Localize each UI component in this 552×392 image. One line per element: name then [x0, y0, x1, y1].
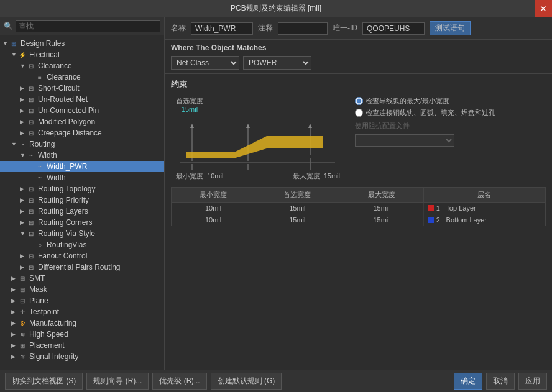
tree-item-routing-topology[interactable]: ▶⊟Routing Topology: [0, 183, 164, 194]
tree-arrow-routing-via-style: ▼: [20, 230, 26, 237]
tree-icon-diff-pairs: ⊟: [26, 263, 36, 271]
td-pref-0: 15mil: [255, 203, 339, 214]
tree-item-manufacturing[interactable]: ▶⚙Manufacturing: [0, 317, 164, 329]
col-min: 最小宽度: [172, 188, 255, 202]
tree-icon-routing-priority: ⊟: [26, 196, 36, 204]
tree-item-un-connected-pin[interactable]: ▶⊟Un-Connected Pin: [0, 105, 164, 116]
tree-icon-manufacturing: ⚙: [17, 319, 27, 327]
radio-item-1[interactable]: 检查导线弧的最大/最小宽度: [355, 96, 546, 106]
id-label: 唯一-ID: [333, 23, 357, 34]
col-pref: 首选宽度: [255, 188, 339, 202]
tree-label-clearance-item: Clearance: [47, 73, 81, 81]
layer-name-1: 2 - Bottom Layer: [436, 216, 487, 224]
priority-button[interactable]: 优先级 (B)...: [152, 373, 206, 390]
td-min-0: 10mil: [172, 203, 255, 214]
tree-arrow-testpoint: ▶: [11, 309, 17, 315]
svg-marker-1: [190, 124, 194, 128]
tree-item-plane[interactable]: ▶⊟Plane: [0, 295, 164, 306]
tree-arrow-modified-polygon: ▶: [20, 119, 26, 125]
svg-marker-7: [308, 124, 312, 128]
tree-arrow-mask: ▶: [11, 286, 17, 293]
radio-input-2[interactable]: [355, 109, 363, 117]
tree-icon-testpoint: ✛: [17, 308, 27, 316]
width-diagram: [173, 114, 341, 170]
tree-item-mask[interactable]: ▶⊟Mask: [0, 284, 164, 295]
min-width-label: 最小宽度 10mil: [176, 171, 223, 181]
svg-marker-4: [246, 124, 250, 128]
tree-label-routing-vias: RoutingVias: [47, 240, 87, 249]
tree-item-routing-priority[interactable]: ▶⊟Routing Priority: [0, 194, 164, 206]
where-row: Net Class Differential Pair Net Net Clas…: [171, 56, 546, 70]
tree-icon-width-item: ~: [35, 173, 45, 182]
tree-label-modified-polygon: Modified Polygon: [38, 117, 95, 126]
impedance-select[interactable]: [355, 134, 454, 147]
tree-item-modified-polygon[interactable]: ▶⊟Modified Polygon: [0, 116, 164, 127]
layer-name-0: 1 - Top Layer: [436, 204, 476, 212]
tree-item-routing-layers[interactable]: ▶⊟Routing Layers: [0, 206, 164, 217]
cancel-button[interactable]: 取消: [486, 373, 515, 390]
col-layer: 层名: [424, 188, 545, 202]
tree-arrow-electrical: ▼: [11, 52, 17, 58]
tree-arrow-routing: ▼: [11, 141, 17, 147]
tree-item-smt[interactable]: ▶⊟SMT: [0, 273, 164, 284]
tree-label-routing-via-style: Routing Via Style: [38, 229, 95, 238]
close-button[interactable]: ✕: [535, 0, 552, 17]
tree-label-un-connected-pin: Un-Connected Pin: [38, 106, 99, 115]
tree-item-width-pwr[interactable]: ~Width_PWR: [0, 161, 164, 172]
tree-label-width-item: Width: [47, 173, 66, 182]
tree-item-diff-pairs[interactable]: ▶⊟Differential Pairs Routing: [0, 262, 164, 273]
tree-item-design-rules[interactable]: ▼⊞Design Rules: [0, 38, 164, 49]
name-input[interactable]: [191, 22, 253, 35]
where-section: Where The Object Matches Net Class Diffe…: [165, 40, 552, 74]
tree-arrow-un-routed-net: ▶: [20, 96, 26, 103]
radio-input-1[interactable]: [355, 97, 363, 105]
doc-view-button[interactable]: 切换到文档视图 (S): [5, 373, 83, 390]
create-default-button[interactable]: 创建默认规则 (G): [211, 373, 282, 390]
tree-icon-design-rules: ⊞: [9, 39, 19, 48]
tree-label-un-routed-net: Un-Routed Net: [38, 95, 88, 104]
comment-input[interactable]: [278, 22, 328, 35]
tree-item-un-routed-net[interactable]: ▶⊟Un-Routed Net: [0, 94, 164, 105]
where-type-select[interactable]: Net Class Differential Pair Net Net Clas…: [171, 56, 239, 70]
tree-item-fanout-control[interactable]: ▶⊟Fanout Control: [0, 250, 164, 262]
td-layer-0: 1 - Top Layer: [424, 203, 545, 214]
tree-item-signal-integrity[interactable]: ▶≋Signal Integrity: [0, 351, 164, 362]
diagram-area: 首选宽度 15mil: [171, 96, 546, 181]
tree-label-plane: Plane: [29, 296, 48, 305]
tree-item-clearance-group[interactable]: ▼⊟Clearance: [0, 60, 164, 71]
header-row: 名称 注释 唯一-ID 测试语句: [165, 17, 552, 40]
tree-item-high-speed[interactable]: ▶≋High Speed: [0, 329, 164, 340]
tree-item-creepage-distance[interactable]: ▶⊟Creepage Distance: [0, 127, 164, 139]
tree-item-routing-via-style[interactable]: ▼⊟Routing Via Style: [0, 228, 164, 239]
dropdown-label: 使用阻抗配置文件: [355, 121, 410, 130]
tree-arrow-routing-layers: ▶: [20, 208, 26, 214]
tree-icon-un-routed-net: ⊟: [26, 95, 36, 104]
where-value-select[interactable]: POWER GND ALL: [243, 56, 311, 70]
tree-item-electrical[interactable]: ▼⚡Electrical: [0, 49, 164, 60]
title-bar: PCB规则及约束编辑器 [mil] ✕: [0, 0, 552, 17]
test-button[interactable]: 测试语句: [430, 21, 471, 35]
tree-item-routing-vias[interactable]: ○RoutingVias: [0, 239, 164, 250]
tree-label-smt: SMT: [29, 274, 45, 283]
name-label: 名称: [171, 23, 186, 34]
tree-item-routing-corners[interactable]: ▶⊟Routing Corners: [0, 217, 164, 228]
search-input[interactable]: [16, 20, 160, 32]
radio-item-2[interactable]: 检查连接铜线轨、圆弧、填充、焊盘和过孔: [355, 108, 546, 117]
ok-button[interactable]: 确定: [454, 373, 482, 390]
tree-label-creepage-distance: Creepage Distance: [38, 129, 102, 137]
svg-marker-9: [186, 136, 323, 158]
apply-button[interactable]: 应用: [518, 373, 547, 390]
tree-item-routing[interactable]: ▼~Routing: [0, 139, 164, 150]
tree-item-width-group[interactable]: ▼~Width: [0, 150, 164, 161]
tree-item-clearance-item[interactable]: ≡Clearance: [0, 71, 164, 83]
tree-label-clearance-group: Clearance: [38, 62, 72, 70]
tree-item-width-item[interactable]: ~Width: [0, 172, 164, 183]
tree-icon-routing-via-style: ⊟: [26, 229, 36, 238]
tree-item-testpoint[interactable]: ▶✛Testpoint: [0, 306, 164, 317]
rule-wizard-button[interactable]: 规则向导 (R)...: [86, 373, 149, 390]
tree-item-short-circuit[interactable]: ▶⊟Short-Circuit: [0, 83, 164, 94]
tree-arrow-clearance-group: ▼: [20, 63, 26, 69]
tree-item-placement[interactable]: ▶⊞Placement: [0, 340, 164, 351]
id-input[interactable]: [362, 22, 425, 35]
tree-icon-high-speed: ≋: [17, 330, 27, 339]
